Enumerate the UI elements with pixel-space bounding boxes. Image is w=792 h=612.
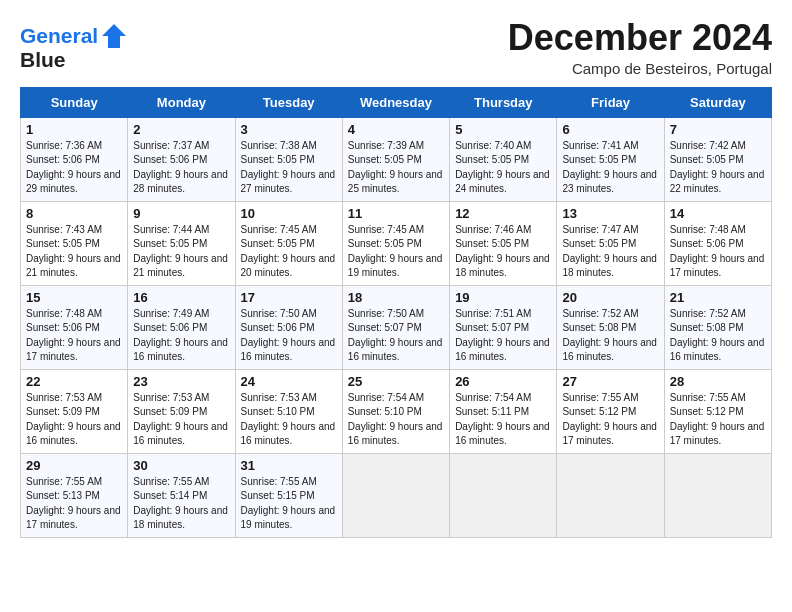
day-number: 17 (241, 290, 337, 305)
day-info: Sunrise: 7:44 AM Sunset: 5:05 PM Dayligh… (133, 223, 229, 281)
day-number: 25 (348, 374, 444, 389)
day-info: Sunrise: 7:54 AM Sunset: 5:11 PM Dayligh… (455, 391, 551, 449)
day-info: Sunrise: 7:37 AM Sunset: 5:06 PM Dayligh… (133, 139, 229, 197)
day-number: 19 (455, 290, 551, 305)
calendar-cell: 15 Sunrise: 7:48 AM Sunset: 5:06 PM Dayl… (21, 285, 128, 369)
day-info: Sunrise: 7:50 AM Sunset: 5:07 PM Dayligh… (348, 307, 444, 365)
day-number: 5 (455, 122, 551, 137)
day-number: 18 (348, 290, 444, 305)
calendar-cell: 5 Sunrise: 7:40 AM Sunset: 5:05 PM Dayli… (450, 117, 557, 201)
day-info: Sunrise: 7:43 AM Sunset: 5:05 PM Dayligh… (26, 223, 122, 281)
header-thursday: Thursday (450, 87, 557, 117)
day-info: Sunrise: 7:50 AM Sunset: 5:06 PM Dayligh… (241, 307, 337, 365)
day-info: Sunrise: 7:41 AM Sunset: 5:05 PM Dayligh… (562, 139, 658, 197)
day-number: 31 (241, 458, 337, 473)
calendar-cell: 2 Sunrise: 7:37 AM Sunset: 5:06 PM Dayli… (128, 117, 235, 201)
calendar-cell: 30 Sunrise: 7:55 AM Sunset: 5:14 PM Dayl… (128, 453, 235, 537)
calendar-cell: 11 Sunrise: 7:45 AM Sunset: 5:05 PM Dayl… (342, 201, 449, 285)
title-block: December 2024 Campo de Besteiros, Portug… (508, 18, 772, 77)
calendar-cell: 8 Sunrise: 7:43 AM Sunset: 5:05 PM Dayli… (21, 201, 128, 285)
calendar-cell (557, 453, 664, 537)
calendar-cell (342, 453, 449, 537)
calendar-cell: 12 Sunrise: 7:46 AM Sunset: 5:05 PM Dayl… (450, 201, 557, 285)
day-info: Sunrise: 7:45 AM Sunset: 5:05 PM Dayligh… (348, 223, 444, 281)
logo-blue: Blue (20, 48, 128, 71)
day-number: 2 (133, 122, 229, 137)
header-wednesday: Wednesday (342, 87, 449, 117)
svg-marker-0 (102, 24, 126, 48)
day-number: 20 (562, 290, 658, 305)
day-number: 16 (133, 290, 229, 305)
logo: General Blue (20, 22, 128, 71)
day-info: Sunrise: 7:49 AM Sunset: 5:06 PM Dayligh… (133, 307, 229, 365)
header-friday: Friday (557, 87, 664, 117)
day-info: Sunrise: 7:48 AM Sunset: 5:06 PM Dayligh… (26, 307, 122, 365)
calendar-cell: 24 Sunrise: 7:53 AM Sunset: 5:10 PM Dayl… (235, 369, 342, 453)
day-info: Sunrise: 7:55 AM Sunset: 5:14 PM Dayligh… (133, 475, 229, 533)
calendar-cell: 31 Sunrise: 7:55 AM Sunset: 5:15 PM Dayl… (235, 453, 342, 537)
calendar-cell: 16 Sunrise: 7:49 AM Sunset: 5:06 PM Dayl… (128, 285, 235, 369)
day-number: 11 (348, 206, 444, 221)
day-number: 10 (241, 206, 337, 221)
header-saturday: Saturday (664, 87, 771, 117)
day-info: Sunrise: 7:38 AM Sunset: 5:05 PM Dayligh… (241, 139, 337, 197)
calendar-cell: 27 Sunrise: 7:55 AM Sunset: 5:12 PM Dayl… (557, 369, 664, 453)
day-number: 21 (670, 290, 766, 305)
logo-general: General (20, 24, 98, 47)
calendar-cell: 23 Sunrise: 7:53 AM Sunset: 5:09 PM Dayl… (128, 369, 235, 453)
calendar-cell: 14 Sunrise: 7:48 AM Sunset: 5:06 PM Dayl… (664, 201, 771, 285)
weekday-header-row: Sunday Monday Tuesday Wednesday Thursday… (21, 87, 772, 117)
day-info: Sunrise: 7:52 AM Sunset: 5:08 PM Dayligh… (562, 307, 658, 365)
location: Campo de Besteiros, Portugal (508, 60, 772, 77)
calendar-cell: 22 Sunrise: 7:53 AM Sunset: 5:09 PM Dayl… (21, 369, 128, 453)
calendar-week-2: 8 Sunrise: 7:43 AM Sunset: 5:05 PM Dayli… (21, 201, 772, 285)
day-number: 29 (26, 458, 122, 473)
day-info: Sunrise: 7:55 AM Sunset: 5:12 PM Dayligh… (670, 391, 766, 449)
calendar-cell: 10 Sunrise: 7:45 AM Sunset: 5:05 PM Dayl… (235, 201, 342, 285)
calendar-week-4: 22 Sunrise: 7:53 AM Sunset: 5:09 PM Dayl… (21, 369, 772, 453)
day-number: 7 (670, 122, 766, 137)
day-number: 13 (562, 206, 658, 221)
day-info: Sunrise: 7:48 AM Sunset: 5:06 PM Dayligh… (670, 223, 766, 281)
day-number: 27 (562, 374, 658, 389)
day-number: 23 (133, 374, 229, 389)
calendar-cell: 7 Sunrise: 7:42 AM Sunset: 5:05 PM Dayli… (664, 117, 771, 201)
day-info: Sunrise: 7:39 AM Sunset: 5:05 PM Dayligh… (348, 139, 444, 197)
calendar-cell: 25 Sunrise: 7:54 AM Sunset: 5:10 PM Dayl… (342, 369, 449, 453)
header-monday: Monday (128, 87, 235, 117)
day-number: 8 (26, 206, 122, 221)
day-info: Sunrise: 7:52 AM Sunset: 5:08 PM Dayligh… (670, 307, 766, 365)
calendar-cell: 20 Sunrise: 7:52 AM Sunset: 5:08 PM Dayl… (557, 285, 664, 369)
day-info: Sunrise: 7:36 AM Sunset: 5:06 PM Dayligh… (26, 139, 122, 197)
day-info: Sunrise: 7:46 AM Sunset: 5:05 PM Dayligh… (455, 223, 551, 281)
day-info: Sunrise: 7:51 AM Sunset: 5:07 PM Dayligh… (455, 307, 551, 365)
calendar-cell (450, 453, 557, 537)
calendar-cell (664, 453, 771, 537)
day-info: Sunrise: 7:53 AM Sunset: 5:09 PM Dayligh… (133, 391, 229, 449)
day-number: 12 (455, 206, 551, 221)
calendar-cell: 1 Sunrise: 7:36 AM Sunset: 5:06 PM Dayli… (21, 117, 128, 201)
day-number: 28 (670, 374, 766, 389)
calendar-cell: 3 Sunrise: 7:38 AM Sunset: 5:05 PM Dayli… (235, 117, 342, 201)
day-number: 4 (348, 122, 444, 137)
day-info: Sunrise: 7:53 AM Sunset: 5:09 PM Dayligh… (26, 391, 122, 449)
calendar-cell: 21 Sunrise: 7:52 AM Sunset: 5:08 PM Dayl… (664, 285, 771, 369)
calendar-cell: 18 Sunrise: 7:50 AM Sunset: 5:07 PM Dayl… (342, 285, 449, 369)
month-title: December 2024 (508, 18, 772, 58)
calendar-cell: 26 Sunrise: 7:54 AM Sunset: 5:11 PM Dayl… (450, 369, 557, 453)
calendar-week-5: 29 Sunrise: 7:55 AM Sunset: 5:13 PM Dayl… (21, 453, 772, 537)
day-number: 24 (241, 374, 337, 389)
day-number: 22 (26, 374, 122, 389)
day-info: Sunrise: 7:53 AM Sunset: 5:10 PM Dayligh… (241, 391, 337, 449)
calendar-cell: 29 Sunrise: 7:55 AM Sunset: 5:13 PM Dayl… (21, 453, 128, 537)
day-number: 1 (26, 122, 122, 137)
day-number: 15 (26, 290, 122, 305)
day-number: 6 (562, 122, 658, 137)
day-info: Sunrise: 7:55 AM Sunset: 5:12 PM Dayligh… (562, 391, 658, 449)
calendar-cell: 4 Sunrise: 7:39 AM Sunset: 5:05 PM Dayli… (342, 117, 449, 201)
header-tuesday: Tuesday (235, 87, 342, 117)
day-info: Sunrise: 7:47 AM Sunset: 5:05 PM Dayligh… (562, 223, 658, 281)
calendar-cell: 9 Sunrise: 7:44 AM Sunset: 5:05 PM Dayli… (128, 201, 235, 285)
day-number: 30 (133, 458, 229, 473)
calendar-cell: 13 Sunrise: 7:47 AM Sunset: 5:05 PM Dayl… (557, 201, 664, 285)
